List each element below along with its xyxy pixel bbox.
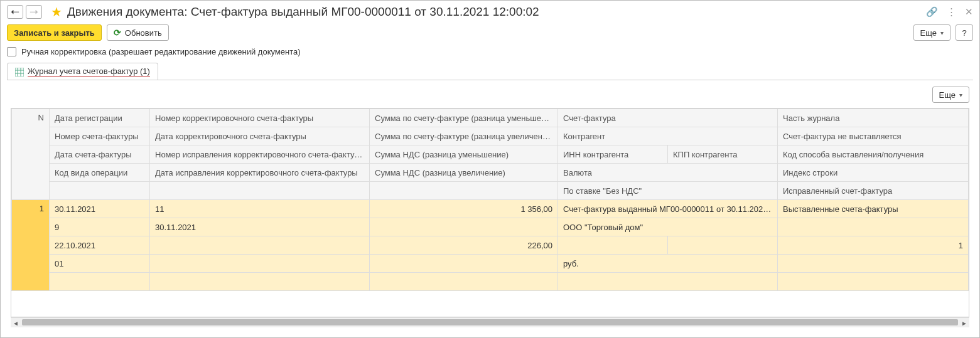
toolbar: Записать и закрыть ⟳ Обновить Еще ?: [1, 23, 979, 47]
header-kpp[interactable]: КПП контрагента: [668, 145, 778, 164]
grid-table: N Дата регистрации Номер корректировочно…: [11, 108, 969, 291]
header-fixed-invoice[interactable]: Исправленный счет-фактура: [778, 182, 969, 200]
cell-currency: руб.: [558, 255, 778, 273]
header-not-issued[interactable]: Счет-фактура не выставляется: [778, 127, 969, 145]
header-vat-decrease[interactable]: Сумма НДС (разница уменьшение): [370, 145, 558, 164]
cell-row-index: 1: [778, 236, 969, 255]
cell-invoice-date: 22.10.2021: [50, 236, 150, 255]
cell-row-index-2: [778, 255, 969, 273]
header-journal-part[interactable]: Часть журнала: [778, 109, 969, 127]
save-and-close-label: Записать и закрыть: [14, 28, 95, 38]
header-sum-decrease[interactable]: Сумма по счету-фактуре (разница уменьшен…: [370, 109, 558, 127]
page-title: Движения документа: Счет-фактура выданны…: [67, 5, 539, 19]
cell-vat-decrease: 226,00: [370, 236, 558, 255]
header-reg-date[interactable]: Дата регистрации: [50, 109, 150, 127]
table-row[interactable]: 01 руб.: [12, 255, 969, 273]
cell-sum-decrease: 1 356,00: [370, 200, 558, 218]
header-op-code[interactable]: Код вида операции: [50, 164, 150, 182]
horizontal-scrollbar[interactable]: ◄ ►: [11, 317, 969, 327]
kebab-menu-icon[interactable]: ⋮: [947, 6, 956, 18]
cell-counterparty: ООО "Торговый дом": [558, 218, 778, 236]
nav-forward-button[interactable]: 🠒: [26, 5, 42, 19]
header-issue-code[interactable]: Код способа выставления/получения: [778, 145, 969, 164]
header-corr-num[interactable]: Номер корректировочного счета-фактуры: [150, 109, 370, 127]
table-row[interactable]: [12, 273, 969, 291]
help-button[interactable]: ?: [956, 24, 973, 41]
grid-more-button[interactable]: Еще: [932, 87, 969, 103]
scroll-right-icon[interactable]: ►: [959, 318, 969, 328]
cell-kpp: [668, 236, 778, 255]
header-corr-fix-date[interactable]: Дата исправления корректировочного счета…: [150, 164, 370, 182]
scroll-left-icon[interactable]: ◄: [11, 318, 21, 328]
manual-correction-label: Ручная корректировка (разрешает редактир…: [21, 47, 301, 56]
nav-back-button[interactable]: 🠐: [7, 5, 23, 19]
cell-sum-increase: [370, 218, 558, 236]
cell-corr-date: 30.11.2021: [150, 218, 370, 236]
header-counterparty[interactable]: Контрагент: [558, 127, 778, 145]
table-row[interactable]: 22.10.2021 226,00 1: [12, 236, 969, 255]
cell-invoice-num: 9: [50, 218, 150, 236]
cell-rownum: 1: [12, 200, 50, 291]
header-currency[interactable]: Валюта: [558, 164, 778, 182]
tab-label: Журнал учета счетов-фактур (1): [28, 66, 150, 77]
save-and-close-button[interactable]: Записать и закрыть: [7, 24, 102, 41]
document-movements-window: 🠐 🠒 ★ Движения документа: Счет-фактура в…: [0, 0, 980, 338]
cell-no-vat: [558, 273, 778, 291]
cell-invoice: Счет-фактура выданный МГ00-0000011 от 30…: [558, 200, 778, 218]
header-row-index[interactable]: Индекс строки: [778, 164, 969, 182]
titlebar: 🠐 🠒 ★ Движения документа: Счет-фактура в…: [1, 1, 979, 23]
cell-journal-part: Выставленные счета-фактуры: [778, 200, 969, 218]
header-inn[interactable]: ИНН контрагента: [558, 145, 668, 164]
cell-corr-fix-num: [150, 236, 370, 255]
favorite-star-icon[interactable]: ★: [51, 4, 62, 19]
refresh-label: Обновить: [125, 28, 162, 38]
table-icon: [15, 68, 24, 77]
more-button[interactable]: Еще: [913, 24, 950, 41]
refresh-icon: ⟳: [114, 28, 121, 38]
manual-correction-checkbox[interactable]: [7, 47, 16, 56]
table-row[interactable]: 1 30.11.2021 11 1 356,00 Счет-фактура вы…: [12, 200, 969, 218]
cell-not-issued: [778, 218, 969, 236]
header-n[interactable]: N: [12, 109, 50, 200]
grid[interactable]: N Дата регистрации Номер корректировочно…: [11, 108, 969, 317]
svg-rect-0: [15, 68, 24, 77]
tab-invoice-journal[interactable]: Журнал учета счетов-фактур (1): [7, 63, 158, 80]
header-corr-fix-num[interactable]: Номер исправления корректировочного счет…: [150, 145, 370, 164]
cell-corr-fix-date: [150, 255, 370, 273]
refresh-button[interactable]: ⟳ Обновить: [107, 24, 169, 41]
manual-correction-row: Ручная корректировка (разрешает редактир…: [1, 47, 979, 63]
tabbar: Журнал учета счетов-фактур (1): [1, 63, 979, 80]
header-vat-increase[interactable]: Сумма НДС (разница увеличение): [370, 164, 558, 182]
cell-fixed-invoice: [778, 273, 969, 291]
more-label: Еще: [920, 28, 937, 38]
close-icon[interactable]: ✕: [965, 6, 973, 18]
help-label: ?: [962, 28, 966, 38]
grid-more-label: Еще: [939, 90, 956, 100]
cell-vat-increase: [370, 255, 558, 273]
tab-content: Еще N Дата регистрации Номер корректиров…: [7, 80, 973, 331]
cell-corr-num: 11: [150, 200, 370, 218]
header-sum-increase[interactable]: Сумма по счету-фактуре (разница увеличен…: [370, 127, 558, 145]
header-invoice[interactable]: Счет-фактура: [558, 109, 778, 127]
header-invoice-date[interactable]: Дата счета-фактуры: [50, 145, 150, 164]
link-icon[interactable]: 🔗: [926, 6, 938, 18]
cell-reg-date: 30.11.2021: [50, 200, 150, 218]
header-invoice-num[interactable]: Номер счета-фактуры: [50, 127, 150, 145]
header-no-vat[interactable]: По ставке "Без НДС": [558, 182, 778, 200]
cell-inn: [558, 236, 668, 255]
cell-op-code: 01: [50, 255, 150, 273]
table-row[interactable]: 9 30.11.2021 ООО "Торговый дом": [12, 218, 969, 236]
scroll-thumb[interactable]: [22, 319, 958, 325]
header-corr-date[interactable]: Дата корректировочного счета-фактуры: [150, 127, 370, 145]
